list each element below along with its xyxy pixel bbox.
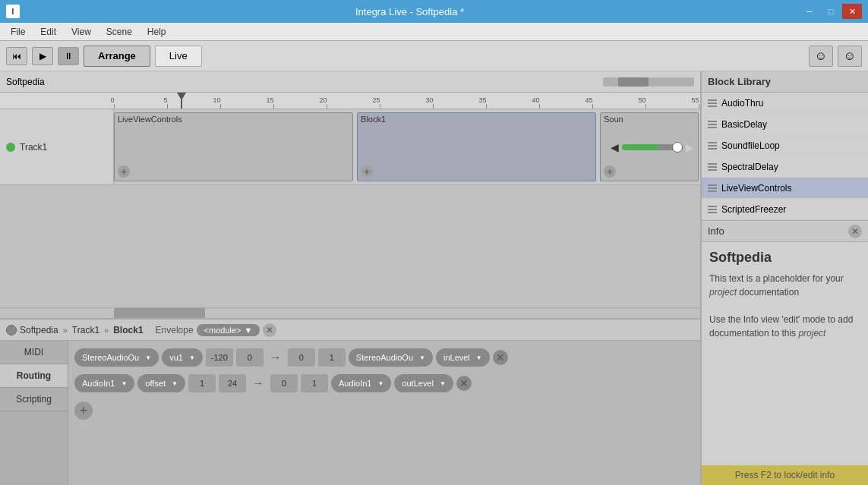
- block-add-lvc[interactable]: +: [118, 165, 130, 178]
- block-item-liveviewcontrols[interactable]: LiveViewControls: [702, 178, 868, 199]
- module-close-btn[interactable]: ✕: [263, 323, 276, 337]
- minimize-button[interactable]: ─: [800, 4, 819, 19]
- ruler-mark-25: 25: [380, 94, 380, 109]
- track-content[interactable]: + LiveViewControls + Block1 + Soun: [114, 109, 700, 184]
- menu-view[interactable]: View: [64, 25, 99, 39]
- info-header: Info ✕: [702, 221, 868, 242]
- conn-val4-2: 1: [301, 374, 328, 392]
- conn-val1-1: -120: [206, 348, 233, 367]
- close-button[interactable]: ✕: [842, 4, 862, 19]
- block-item-spectraldelay[interactable]: SpectralDelay: [702, 156, 868, 178]
- menu-help[interactable]: Help: [140, 25, 174, 39]
- track-name: Track1: [20, 142, 47, 153]
- conn-src-val-2-label: offset: [145, 379, 166, 388]
- conn-src-node-2-arrow: ▼: [121, 380, 127, 387]
- conn-src-node-2-label: AudioIn1: [82, 379, 115, 388]
- menu-edit[interactable]: Edit: [33, 25, 64, 39]
- conn-val4-1: 1: [318, 348, 346, 367]
- timeline-ruler[interactable]: 0510152025303540455055: [0, 93, 700, 109]
- ruler-mark-5: 5: [167, 94, 168, 109]
- tab-routing[interactable]: Routing: [0, 364, 68, 388]
- pause-button[interactable]: ⏸: [58, 47, 79, 65]
- ruler-mark-15: 15: [273, 94, 274, 109]
- conn-src-val-1[interactable]: vu1 ▼: [162, 348, 203, 367]
- track-block-block1[interactable]: + Block1: [357, 112, 596, 181]
- conn-delete-1[interactable]: ✕: [493, 350, 508, 365]
- block-name-scriptedfreezer: ScriptedFreezer: [721, 204, 786, 215]
- track-slider-fill: [622, 144, 658, 150]
- conn-delete-2[interactable]: ✕: [456, 376, 472, 391]
- menu-scene[interactable]: Scene: [99, 25, 140, 39]
- info-close-button[interactable]: ✕: [848, 225, 862, 238]
- block-name-liveviewcontrols: LiveViewControls: [721, 183, 792, 194]
- block-item-scriptedfreezer[interactable]: ScriptedFreezer: [702, 199, 868, 220]
- tab-scripting[interactable]: Scripting: [0, 388, 68, 411]
- main-area: Softpedia 0510152025303540455055 Track1: [0, 71, 868, 485]
- block-name-soun: Soun: [601, 113, 698, 125]
- play-button[interactable]: ▶: [32, 47, 53, 65]
- conn-dest-node-1-label: StereoAudioOu: [356, 353, 413, 362]
- conn-src-node-1[interactable]: StereoAudioOu ▼: [74, 348, 159, 367]
- add-connection-button[interactable]: +: [74, 402, 93, 420]
- ruler-mark-30: 30: [433, 94, 434, 109]
- horizontal-scrollbar-thumb: [114, 308, 205, 319]
- conn-src-node-2[interactable]: AudioIn1 ▼: [74, 374, 134, 392]
- breadcrumb-softpedia: Softpedia: [20, 325, 58, 335]
- info-footer[interactable]: Press F2 to lock/edit info: [702, 465, 868, 485]
- block-add-soun[interactable]: +: [604, 165, 616, 178]
- block-library-header: Block Library: [702, 71, 868, 93]
- block-add-b1[interactable]: +: [361, 165, 373, 178]
- conn-dest-val-1[interactable]: inLevel ▼: [436, 348, 490, 367]
- connection-row-2: AudioIn1 ▼ offset ▼ 1 24 → 0 1: [74, 373, 694, 394]
- face-button-1[interactable]: ☺: [809, 46, 833, 67]
- conn-src-node-1-label: StereoAudioOu: [82, 353, 139, 362]
- tracks-area: Track1 + LiveViewControls + Block1: [0, 109, 700, 307]
- conn-dest-val-2[interactable]: outLevel ▼: [394, 374, 453, 392]
- face-button-2[interactable]: ☺: [838, 46, 862, 67]
- menubar: File Edit View Scene Help: [0, 23, 868, 41]
- menu-file[interactable]: File: [3, 25, 33, 39]
- bottom-panel: Softpedia » Track1 » Block1 Envelope <mo…: [0, 318, 700, 485]
- track-slider[interactable]: [622, 144, 683, 150]
- prev-button[interactable]: ⏮: [6, 47, 27, 65]
- ruler-mark-45: 45: [592, 94, 593, 109]
- conn-val2-2: 24: [219, 374, 246, 392]
- block-item-basicdelay[interactable]: BasicDelay: [702, 114, 868, 135]
- block-drag-spectraldelay: [708, 163, 717, 171]
- block-item-soundfileloop[interactable]: SoundfileLoop: [702, 135, 868, 156]
- arrange-header: Softpedia: [0, 71, 700, 93]
- tab-midi[interactable]: MIDI: [0, 341, 68, 364]
- routing-header: Softpedia » Track1 » Block1 Envelope <mo…: [0, 320, 700, 341]
- ruler-mark-0: 0: [114, 94, 115, 109]
- routing-content: MIDI Routing Scripting StereoAudioOu ▼: [0, 341, 700, 485]
- arrange-scrollbar[interactable]: [603, 77, 694, 87]
- horizontal-scrollbar[interactable]: [0, 307, 700, 318]
- track-volume-slider: ◀ ▶: [611, 141, 694, 153]
- block-item-audiothru[interactable]: AudioThru: [702, 93, 868, 114]
- track-label: Track1: [0, 109, 114, 184]
- track-block-liveviewcontrols[interactable]: + LiveViewControls: [114, 112, 353, 181]
- ruler-mark-55: 55: [699, 94, 699, 109]
- maximize-button[interactable]: □: [821, 4, 841, 19]
- app-icon: I: [6, 5, 20, 18]
- block-drag-basicdelay: [708, 121, 717, 128]
- connection-row-1: StereoAudioOu ▼ vu1 ▼ -120 0 → 0 1: [74, 347, 694, 368]
- arrangement-panel: Softpedia 0510152025303540455055 Track1: [0, 71, 701, 485]
- arrange-mode-button[interactable]: Arrange: [84, 46, 150, 67]
- module-dropdown[interactable]: <module> ▼: [197, 324, 260, 336]
- info-header-title: Info: [708, 225, 724, 237]
- block-library: Block Library AudioThru BasicDelay Sound…: [702, 71, 868, 221]
- project-name: Softpedia: [6, 77, 45, 87]
- ruler-mark-50: 50: [645, 94, 646, 109]
- track-active-dot[interactable]: [6, 143, 15, 152]
- conn-src-val-2[interactable]: offset ▼: [137, 374, 185, 392]
- conn-dest-val-1-label: inLevel: [443, 353, 470, 362]
- info-project-title: Softpedia: [709, 250, 860, 266]
- conn-dest-node-1[interactable]: StereoAudioOu ▼: [349, 348, 433, 367]
- conn-src-val-2-arrow: ▼: [172, 380, 178, 387]
- ruler-mark-35: 35: [486, 94, 487, 109]
- info-footer-text: Press F2 to lock/edit info: [735, 470, 835, 480]
- live-mode-button[interactable]: Live: [155, 46, 202, 67]
- conn-dest-node-2[interactable]: AudioIn1 ▼: [331, 374, 391, 392]
- routing-header-dot: [6, 325, 17, 335]
